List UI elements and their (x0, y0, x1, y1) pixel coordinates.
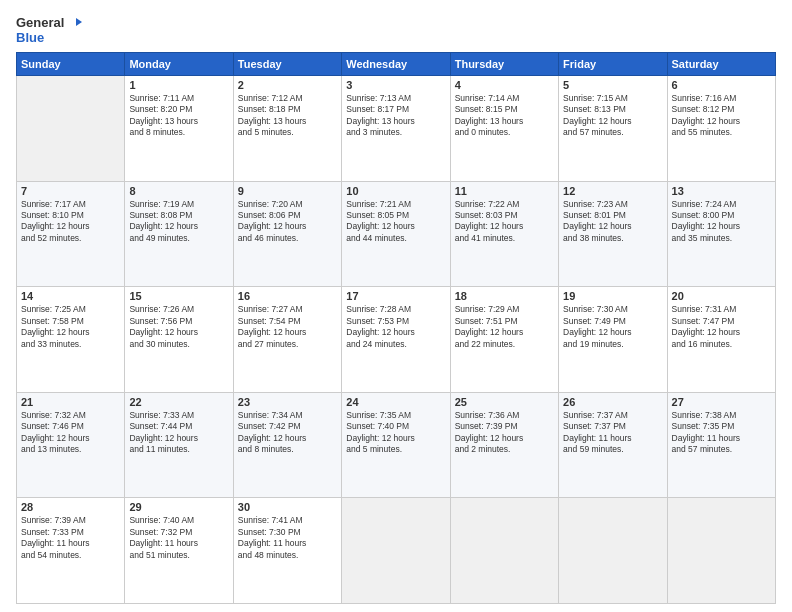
calendar-cell: 9Sunrise: 7:20 AMSunset: 8:06 PMDaylight… (233, 181, 341, 287)
calendar-cell: 19Sunrise: 7:30 AMSunset: 7:49 PMDayligh… (559, 287, 667, 393)
day-info: Sunrise: 7:26 AMSunset: 7:56 PMDaylight:… (129, 304, 228, 350)
calendar-header: SundayMondayTuesdayWednesdayThursdayFrid… (17, 52, 776, 75)
logo-general: General (16, 16, 82, 31)
day-number: 3 (346, 79, 445, 91)
day-header-friday: Friday (559, 52, 667, 75)
calendar-week-5: 28Sunrise: 7:39 AMSunset: 7:33 PMDayligh… (17, 498, 776, 604)
calendar-cell: 11Sunrise: 7:22 AMSunset: 8:03 PMDayligh… (450, 181, 558, 287)
day-number: 16 (238, 290, 337, 302)
day-number: 21 (21, 396, 120, 408)
day-number: 13 (672, 185, 771, 197)
day-info: Sunrise: 7:33 AMSunset: 7:44 PMDaylight:… (129, 410, 228, 456)
svg-marker-0 (76, 18, 82, 26)
calendar-cell (450, 498, 558, 604)
calendar-cell: 28Sunrise: 7:39 AMSunset: 7:33 PMDayligh… (17, 498, 125, 604)
day-header-tuesday: Tuesday (233, 52, 341, 75)
day-info: Sunrise: 7:38 AMSunset: 7:35 PMDaylight:… (672, 410, 771, 456)
calendar-table: SundayMondayTuesdayWednesdayThursdayFrid… (16, 52, 776, 604)
day-info: Sunrise: 7:24 AMSunset: 8:00 PMDaylight:… (672, 199, 771, 245)
day-info: Sunrise: 7:20 AMSunset: 8:06 PMDaylight:… (238, 199, 337, 245)
day-number: 8 (129, 185, 228, 197)
calendar-cell: 5Sunrise: 7:15 AMSunset: 8:13 PMDaylight… (559, 75, 667, 181)
day-info: Sunrise: 7:15 AMSunset: 8:13 PMDaylight:… (563, 93, 662, 139)
calendar-cell: 7Sunrise: 7:17 AMSunset: 8:10 PMDaylight… (17, 181, 125, 287)
calendar-cell: 10Sunrise: 7:21 AMSunset: 8:05 PMDayligh… (342, 181, 450, 287)
calendar-week-2: 7Sunrise: 7:17 AMSunset: 8:10 PMDaylight… (17, 181, 776, 287)
calendar-cell: 22Sunrise: 7:33 AMSunset: 7:44 PMDayligh… (125, 392, 233, 498)
calendar-cell: 12Sunrise: 7:23 AMSunset: 8:01 PMDayligh… (559, 181, 667, 287)
day-number: 25 (455, 396, 554, 408)
day-info: Sunrise: 7:39 AMSunset: 7:33 PMDaylight:… (21, 515, 120, 561)
calendar-cell: 16Sunrise: 7:27 AMSunset: 7:54 PMDayligh… (233, 287, 341, 393)
calendar-cell: 30Sunrise: 7:41 AMSunset: 7:30 PMDayligh… (233, 498, 341, 604)
day-number: 24 (346, 396, 445, 408)
calendar-cell (342, 498, 450, 604)
day-info: Sunrise: 7:40 AMSunset: 7:32 PMDaylight:… (129, 515, 228, 561)
day-info: Sunrise: 7:32 AMSunset: 7:46 PMDaylight:… (21, 410, 120, 456)
day-header-wednesday: Wednesday (342, 52, 450, 75)
calendar-cell: 26Sunrise: 7:37 AMSunset: 7:37 PMDayligh… (559, 392, 667, 498)
day-info: Sunrise: 7:35 AMSunset: 7:40 PMDaylight:… (346, 410, 445, 456)
calendar-cell (559, 498, 667, 604)
day-number: 7 (21, 185, 120, 197)
day-info: Sunrise: 7:28 AMSunset: 7:53 PMDaylight:… (346, 304, 445, 350)
day-info: Sunrise: 7:17 AMSunset: 8:10 PMDaylight:… (21, 199, 120, 245)
day-info: Sunrise: 7:34 AMSunset: 7:42 PMDaylight:… (238, 410, 337, 456)
day-number: 29 (129, 501, 228, 513)
day-info: Sunrise: 7:41 AMSunset: 7:30 PMDaylight:… (238, 515, 337, 561)
day-info: Sunrise: 7:23 AMSunset: 8:01 PMDaylight:… (563, 199, 662, 245)
day-number: 23 (238, 396, 337, 408)
day-number: 17 (346, 290, 445, 302)
calendar-body: 1Sunrise: 7:11 AMSunset: 8:20 PMDaylight… (17, 75, 776, 603)
logo: General Blue (16, 16, 82, 46)
day-info: Sunrise: 7:29 AMSunset: 7:51 PMDaylight:… (455, 304, 554, 350)
calendar-cell: 15Sunrise: 7:26 AMSunset: 7:56 PMDayligh… (125, 287, 233, 393)
calendar-week-3: 14Sunrise: 7:25 AMSunset: 7:58 PMDayligh… (17, 287, 776, 393)
calendar-cell: 6Sunrise: 7:16 AMSunset: 8:12 PMDaylight… (667, 75, 775, 181)
calendar-cell: 18Sunrise: 7:29 AMSunset: 7:51 PMDayligh… (450, 287, 558, 393)
day-number: 10 (346, 185, 445, 197)
day-number: 27 (672, 396, 771, 408)
calendar-cell: 29Sunrise: 7:40 AMSunset: 7:32 PMDayligh… (125, 498, 233, 604)
day-number: 28 (21, 501, 120, 513)
day-header-saturday: Saturday (667, 52, 775, 75)
day-number: 4 (455, 79, 554, 91)
day-number: 9 (238, 185, 337, 197)
day-number: 19 (563, 290, 662, 302)
calendar-cell: 25Sunrise: 7:36 AMSunset: 7:39 PMDayligh… (450, 392, 558, 498)
day-info: Sunrise: 7:37 AMSunset: 7:37 PMDaylight:… (563, 410, 662, 456)
day-number: 15 (129, 290, 228, 302)
day-number: 18 (455, 290, 554, 302)
day-info: Sunrise: 7:21 AMSunset: 8:05 PMDaylight:… (346, 199, 445, 245)
day-number: 22 (129, 396, 228, 408)
day-number: 11 (455, 185, 554, 197)
day-info: Sunrise: 7:31 AMSunset: 7:47 PMDaylight:… (672, 304, 771, 350)
calendar-cell (667, 498, 775, 604)
calendar-cell: 23Sunrise: 7:34 AMSunset: 7:42 PMDayligh… (233, 392, 341, 498)
logo-flag-icon (68, 17, 82, 31)
day-number: 6 (672, 79, 771, 91)
calendar-cell: 1Sunrise: 7:11 AMSunset: 8:20 PMDaylight… (125, 75, 233, 181)
day-info: Sunrise: 7:19 AMSunset: 8:08 PMDaylight:… (129, 199, 228, 245)
calendar-cell: 21Sunrise: 7:32 AMSunset: 7:46 PMDayligh… (17, 392, 125, 498)
logo-blue: Blue (16, 31, 82, 46)
day-number: 2 (238, 79, 337, 91)
calendar-cell (17, 75, 125, 181)
day-number: 20 (672, 290, 771, 302)
day-info: Sunrise: 7:22 AMSunset: 8:03 PMDaylight:… (455, 199, 554, 245)
calendar-cell: 14Sunrise: 7:25 AMSunset: 7:58 PMDayligh… (17, 287, 125, 393)
day-number: 1 (129, 79, 228, 91)
day-header-thursday: Thursday (450, 52, 558, 75)
header-row: SundayMondayTuesdayWednesdayThursdayFrid… (17, 52, 776, 75)
day-header-sunday: Sunday (17, 52, 125, 75)
calendar-cell: 4Sunrise: 7:14 AMSunset: 8:15 PMDaylight… (450, 75, 558, 181)
day-info: Sunrise: 7:16 AMSunset: 8:12 PMDaylight:… (672, 93, 771, 139)
calendar-cell: 2Sunrise: 7:12 AMSunset: 8:18 PMDaylight… (233, 75, 341, 181)
day-info: Sunrise: 7:14 AMSunset: 8:15 PMDaylight:… (455, 93, 554, 139)
day-info: Sunrise: 7:30 AMSunset: 7:49 PMDaylight:… (563, 304, 662, 350)
calendar-week-4: 21Sunrise: 7:32 AMSunset: 7:46 PMDayligh… (17, 392, 776, 498)
page: General Blue SundayMondayTuesdayWednesda… (0, 0, 792, 612)
day-info: Sunrise: 7:13 AMSunset: 8:17 PMDaylight:… (346, 93, 445, 139)
day-info: Sunrise: 7:36 AMSunset: 7:39 PMDaylight:… (455, 410, 554, 456)
header: General Blue (16, 12, 776, 46)
